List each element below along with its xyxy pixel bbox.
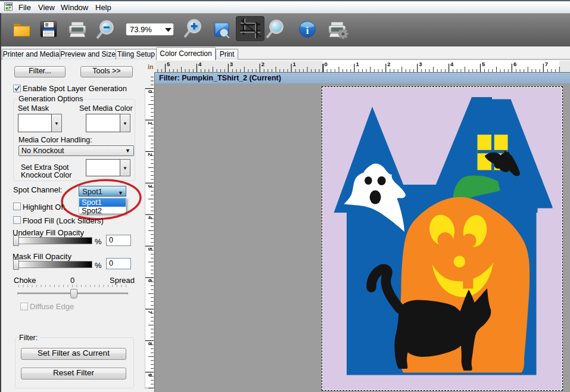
svg-text:2: 2 <box>261 61 264 67</box>
svg-text:0: 0 <box>147 90 154 93</box>
svg-text:7: 7 <box>147 310 154 313</box>
svg-text:6: 6 <box>147 279 154 282</box>
svg-text:73.9%: 73.9% <box>130 25 152 34</box>
svg-text:4: 4 <box>450 61 454 67</box>
svg-text:1: 1 <box>356 61 359 67</box>
svg-text:9: 9 <box>147 374 154 377</box>
svg-text:1: 1 <box>147 122 154 125</box>
svg-text:0: 0 <box>325 61 328 67</box>
svg-text:1: 1 <box>293 61 297 67</box>
svg-text:3: 3 <box>230 61 233 67</box>
svg-text:i: i <box>306 25 309 36</box>
svg-text:6: 6 <box>513 61 516 67</box>
svg-text:4: 4 <box>147 216 154 220</box>
svg-text:5: 5 <box>482 61 485 67</box>
svg-text:5: 5 <box>147 248 154 251</box>
svg-text:5: 5 <box>167 61 170 67</box>
svg-text:2: 2 <box>147 153 154 156</box>
svg-text:3: 3 <box>419 61 422 67</box>
svg-text:8: 8 <box>147 342 154 345</box>
svg-text:4: 4 <box>198 61 202 67</box>
svg-text:2: 2 <box>387 61 390 67</box>
svg-text:7: 7 <box>545 61 548 67</box>
svg-text:3: 3 <box>147 185 154 188</box>
